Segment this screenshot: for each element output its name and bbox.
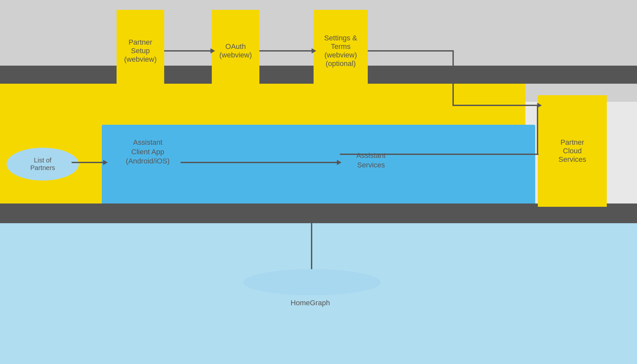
partner-setup-label: PartnerSetup(webview) [124, 38, 157, 64]
arrow-services-up [537, 105, 538, 154]
arrow-settings-right [368, 50, 453, 52]
homegraph-oval [243, 269, 381, 295]
arrow-list-to-client [72, 162, 104, 163]
arrow-settings-to-partner-cloud [454, 105, 538, 106]
settings-terms-box: Settings &Terms(webview)(optional) [314, 10, 368, 92]
assistant-client-app-box: AssistantClient App(Android/iOS) [115, 138, 181, 166]
partner-cloud-services-label: PartnerCloudServices [559, 138, 586, 164]
list-of-partners-label: List ofPartners [30, 157, 55, 172]
arrow-services-right [340, 154, 538, 155]
partner-cloud-services-box: PartnerCloudServices [538, 95, 607, 207]
arrow-client-to-services [181, 162, 338, 163]
oauth-box: OAuth(webview) [212, 10, 259, 92]
settings-terms-label: Settings &Terms(webview)(optional) [324, 34, 357, 68]
assistant-client-app-label: AssistantClient App(Android/iOS) [126, 138, 169, 165]
arrow-to-homegraph [311, 217, 312, 271]
list-of-partners-oval: List ofPartners [7, 148, 79, 181]
homegraph-text: HomeGraph [274, 299, 346, 307]
arrow-settings-down [452, 50, 454, 106]
partner-setup-box: PartnerSetup(webview) [117, 10, 164, 92]
oauth-label: OAuth(webview) [219, 42, 252, 59]
arrow-oauth-to-settings [259, 50, 313, 52]
arrow-setup-to-oauth [164, 50, 212, 52]
